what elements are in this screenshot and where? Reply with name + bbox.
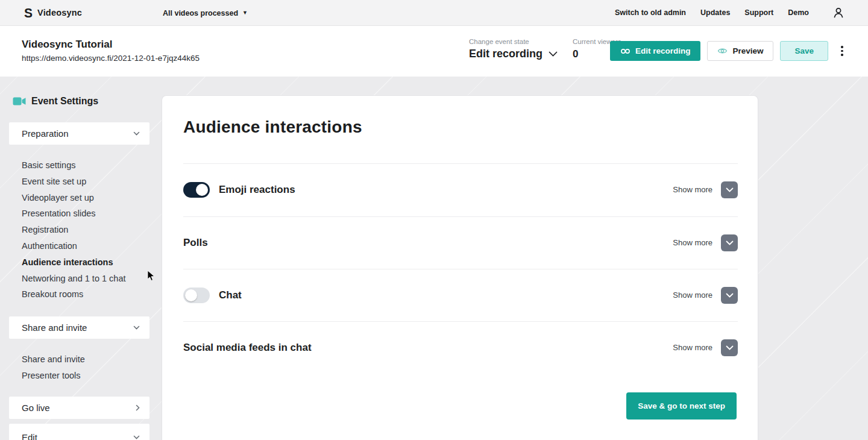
preview-button-label: Preview	[732, 46, 763, 55]
section-label: Edit	[22, 432, 37, 440]
videosync-logo-icon: S	[24, 6, 33, 19]
sidebar-item-networking-1to1-chat[interactable]: Networking and 1 to 1 chat	[22, 271, 126, 287]
videos-status-dropdown[interactable]: All videos processed ▼	[163, 0, 248, 26]
kebab-dot	[841, 50, 843, 52]
caret-down-icon: ▼	[242, 10, 248, 16]
expand-row-button[interactable]	[721, 287, 738, 304]
header-actions: Edit recording Preview Save	[610, 41, 848, 61]
sidebar-item-presenter-tools[interactable]: Presenter tools	[22, 368, 85, 384]
sidebar-item-presentation-slides[interactable]: Presentation slides	[22, 206, 126, 222]
chat-toggle[interactable]	[183, 288, 210, 303]
demo-link[interactable]: Demo	[788, 8, 809, 17]
expand-row-button[interactable]	[721, 181, 738, 198]
sidebar-section-go-live[interactable]: Go live	[9, 397, 149, 419]
kebab-dot	[841, 54, 843, 56]
event-state-dropdown[interactable]: Edit recording	[469, 48, 558, 60]
event-url[interactable]: https://demo.videosync.fi/2021-12-01-e7j…	[22, 54, 200, 63]
preview-button[interactable]: Preview	[707, 41, 773, 61]
section-label: Go live	[22, 403, 50, 413]
sidebar-item-audience-interactions[interactable]: Audience interactions	[22, 254, 126, 271]
row-label: Polls	[183, 237, 208, 249]
audience-interactions-panel: Audience interactions Emoji reactions Sh…	[162, 95, 758, 440]
save-and-next-step-button[interactable]: Save & go to next step	[626, 392, 737, 420]
preparation-items: Basic settings Event site set up Videopl…	[22, 157, 126, 303]
more-options-button[interactable]	[836, 41, 848, 61]
chevron-down-icon	[133, 435, 140, 439]
event-header: Videosync Tutorial https://demo.videosyn…	[0, 26, 868, 77]
polls-row: Polls Show more	[162, 216, 759, 269]
edit-recording-button-label: Edit recording	[635, 46, 691, 55]
event-state-block: Change event state Edit recording	[469, 38, 558, 60]
event-state-value: Edit recording	[469, 48, 542, 60]
section-label: Share and invite	[22, 322, 87, 333]
sidebar-section-edit[interactable]: Edit	[9, 424, 149, 440]
videosync-admin-page: { "topbar": { "logo_text": "Videosync", …	[0, 0, 868, 440]
kebab-dot	[841, 46, 843, 48]
save-button[interactable]: Save	[780, 41, 828, 61]
sidebar-item-basic-settings[interactable]: Basic settings	[22, 157, 126, 174]
emoji-reactions-row: Emoji reactions Show more	[162, 163, 759, 216]
top-bar-links: Switch to old admin Updates Support Demo	[615, 6, 845, 19]
video-camera-icon	[13, 96, 26, 106]
chevron-down-icon	[549, 51, 558, 57]
row-label: Chat	[219, 289, 242, 301]
row-actions: Show more	[673, 181, 738, 198]
social-media-feeds-row: Social media feeds in chat Show more	[162, 321, 759, 374]
chevron-down-icon	[133, 325, 140, 330]
save-button-label: Save	[794, 46, 814, 55]
edit-recording-button[interactable]: Edit recording	[610, 41, 701, 61]
toggle-knob	[185, 289, 197, 301]
eye-icon	[717, 47, 728, 55]
toggle-knob	[196, 184, 208, 196]
updates-link[interactable]: Updates	[700, 8, 730, 17]
sidebar-item-authentication[interactable]: Authentication	[22, 238, 126, 254]
share-and-invite-items: Share and invite Presenter tools	[22, 351, 85, 384]
chevron-down-icon	[726, 187, 734, 192]
sidebar-item-registration[interactable]: Registration	[22, 222, 126, 238]
sidebar-section-preparation[interactable]: Preparation	[9, 122, 149, 145]
emoji-reactions-toggle[interactable]	[183, 182, 210, 198]
show-more-link[interactable]: Show more	[673, 238, 712, 247]
switch-to-old-admin-link[interactable]: Switch to old admin	[615, 8, 686, 17]
show-more-link[interactable]: Show more	[673, 343, 712, 352]
chevron-right-icon	[136, 404, 140, 411]
show-more-link[interactable]: Show more	[673, 291, 712, 300]
row-label: Social media feeds in chat	[183, 342, 312, 354]
sidebar-item-breakout-rooms[interactable]: Breakout rooms	[22, 286, 126, 303]
sidebar-item-share-and-invite[interactable]: Share and invite	[22, 351, 85, 368]
show-more-link[interactable]: Show more	[673, 185, 712, 194]
videos-status-label: All videos processed	[163, 9, 238, 17]
event-settings-title: Event Settings	[13, 96, 98, 107]
event-settings-title-text: Event Settings	[31, 96, 98, 107]
event-state-label: Change event state	[469, 38, 558, 45]
videosync-logo-text: Videosync	[37, 8, 82, 17]
user-account-button[interactable]	[832, 6, 845, 19]
expand-row-button[interactable]	[721, 339, 738, 356]
sidebar-item-event-site-set-up[interactable]: Event site set up	[22, 174, 126, 190]
recording-icon	[620, 48, 631, 55]
person-icon	[832, 6, 845, 19]
chat-row: Chat Show more	[162, 269, 759, 321]
row-actions: Show more	[673, 234, 738, 251]
page-title: Videosync Tutorial	[22, 39, 200, 51]
panel-title: Audience interactions	[183, 118, 362, 137]
event-info: Videosync Tutorial https://demo.videosyn…	[22, 39, 200, 63]
row-actions: Show more	[673, 287, 738, 304]
section-label: Preparation	[22, 128, 69, 139]
videosync-logo[interactable]: S Videosync	[24, 7, 82, 19]
top-bar: S Videosync All videos processed ▼ Switc…	[0, 0, 868, 26]
sidebar-item-videoplayer-set-up[interactable]: Videoplayer set up	[22, 190, 126, 206]
settings-sidebar: Event Settings Preparation Basic setting…	[9, 95, 149, 440]
row-actions: Show more	[673, 339, 738, 356]
row-label: Emoji reactions	[219, 184, 295, 196]
chevron-down-icon	[133, 131, 140, 136]
chevron-down-icon	[726, 345, 734, 350]
sidebar-section-share-and-invite[interactable]: Share and invite	[9, 316, 149, 339]
chevron-down-icon	[726, 293, 734, 298]
chevron-down-icon	[726, 240, 734, 245]
expand-row-button[interactable]	[721, 234, 738, 251]
support-link[interactable]: Support	[744, 8, 773, 17]
